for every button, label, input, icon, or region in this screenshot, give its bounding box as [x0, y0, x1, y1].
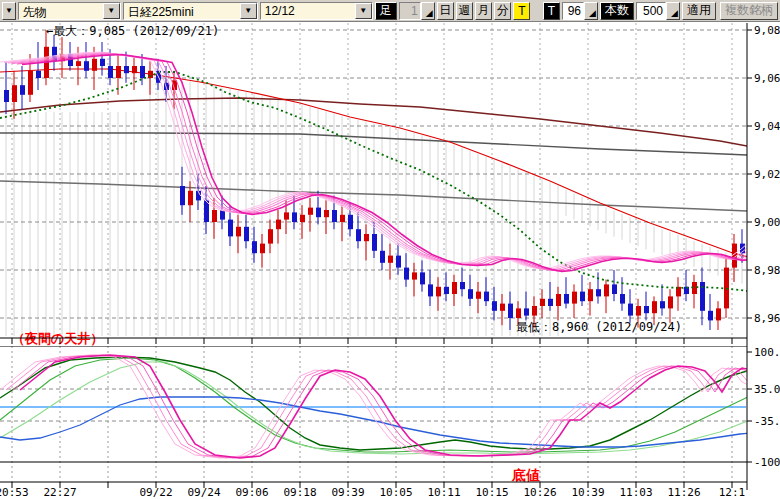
candle	[500, 304, 505, 311]
candle	[244, 227, 249, 241]
candle	[348, 215, 353, 229]
t-mode-button[interactable]: T	[543, 2, 560, 20]
candle	[444, 287, 449, 294]
multi-symbol-button[interactable]: 複数銘柄	[720, 2, 778, 20]
bar-count-value: 500	[636, 2, 666, 20]
price-axis-label: 9,065	[754, 72, 780, 85]
candle	[420, 272, 425, 284]
candle	[292, 212, 297, 222]
price-axis-label: 8,985	[754, 264, 780, 277]
chevron-down-icon[interactable]: ▼	[355, 3, 372, 19]
magenta-ribbon-line	[12, 54, 759, 271]
period-week-button[interactable]: 週	[456, 2, 473, 20]
bar-count-spinner[interactable]: 500 ◢	[636, 2, 680, 20]
spinner-corner-icon[interactable]: ◢	[584, 2, 598, 20]
candle	[460, 282, 465, 289]
instrument-type-value: 先物	[19, 3, 103, 19]
candle	[404, 268, 409, 280]
cloud-hatch	[6, 75, 742, 336]
apply-button[interactable]: 適用	[682, 2, 716, 20]
chevron-down-icon[interactable]: ▼	[240, 3, 257, 19]
period-month-button[interactable]: 月	[475, 2, 492, 20]
period-day-button[interactable]: 日	[437, 2, 454, 20]
time-axis-label: 22:27	[43, 486, 76, 499]
candle	[604, 284, 609, 296]
candle	[116, 66, 121, 78]
candle	[532, 306, 537, 316]
candle	[476, 292, 481, 299]
chart-canvas: ←最大：9,085 (2012/09/21)最低：8,960 (2012/09/…	[0, 0, 780, 500]
oscillator-axis-label: 100.00	[754, 346, 780, 359]
candle	[332, 210, 337, 222]
candle	[516, 308, 521, 318]
candle	[228, 220, 233, 237]
candle	[300, 215, 305, 222]
candle	[76, 61, 81, 66]
time-axis-label: 09:06	[235, 486, 268, 499]
candle	[380, 251, 385, 263]
candle	[148, 71, 153, 78]
candle	[628, 304, 633, 316]
instrument-type-combo[interactable]: 先物 ▼	[18, 2, 121, 20]
oscillator-axis-label: -35.00	[754, 415, 780, 428]
candle	[644, 306, 649, 313]
candle	[596, 289, 601, 296]
candle	[188, 191, 193, 205]
magenta-ribbon-line	[4, 53, 751, 270]
ashi-button[interactable]: 足	[375, 2, 397, 20]
candle	[108, 66, 113, 78]
period-tick-button[interactable]: T	[513, 2, 530, 20]
candle	[12, 85, 17, 102]
main-pane	[0, 23, 769, 338]
candle	[284, 212, 289, 219]
chevron-down-icon[interactable]: ▼	[103, 3, 120, 19]
candle	[636, 306, 641, 316]
instrument-combo[interactable]: 日経225mini ▼	[123, 2, 258, 20]
price-axis-label: 9,005	[754, 216, 780, 229]
candle	[20, 85, 25, 95]
candle	[372, 234, 377, 251]
candle	[572, 292, 577, 304]
candle	[468, 289, 473, 299]
candle	[556, 294, 561, 306]
instrument-value: 日経225mini	[124, 3, 240, 19]
candle	[84, 61, 89, 71]
candle	[652, 301, 657, 313]
bar-count-label: 本数	[600, 2, 634, 20]
max-annotation: ←最大：9,085 (2012/09/21)	[46, 24, 219, 38]
period-minute-button[interactable]: 分	[494, 2, 511, 20]
price-axis-label: 8,965	[754, 312, 780, 325]
candle	[340, 215, 345, 222]
candle	[436, 287, 441, 297]
candle	[276, 220, 281, 230]
time-axis-label: 20:53	[0, 486, 29, 499]
candle	[428, 284, 433, 296]
candle	[4, 90, 9, 102]
candle	[620, 294, 625, 304]
candle	[132, 66, 137, 73]
interval-spinner[interactable]: 1 ◢	[399, 2, 435, 20]
time-axis-label: 09/24	[187, 486, 220, 499]
time-axis-label: 10:26	[523, 486, 556, 499]
partial-combo-arrow[interactable]: ▼	[2, 2, 16, 20]
candle	[124, 66, 129, 73]
candle	[252, 241, 257, 253]
time-axis-label: 11:26	[667, 486, 700, 499]
candle	[212, 210, 217, 222]
bottom-price-annotation: 底値	[511, 467, 540, 483]
candle	[668, 296, 673, 308]
interval-value: 1	[399, 2, 421, 20]
candle	[716, 308, 721, 320]
candle	[588, 289, 593, 301]
contract-combo[interactable]: 12/12 ▼	[260, 2, 373, 20]
tick-count-spinner[interactable]: 96 ◢	[562, 2, 598, 20]
price-axis-label: 9,045	[754, 120, 780, 133]
contract-value: 12/12	[261, 3, 355, 19]
time-axis-label: 09:18	[283, 486, 316, 499]
oscillator-axis-label: 35.00	[754, 383, 780, 396]
spinner-corner-icon[interactable]: ◢	[666, 2, 680, 20]
spinner-corner-icon[interactable]: ◢	[421, 2, 435, 20]
candle	[28, 71, 33, 95]
min-annotation: 最低：8,960 (2012/09/24)	[516, 320, 682, 334]
candle	[36, 71, 41, 78]
